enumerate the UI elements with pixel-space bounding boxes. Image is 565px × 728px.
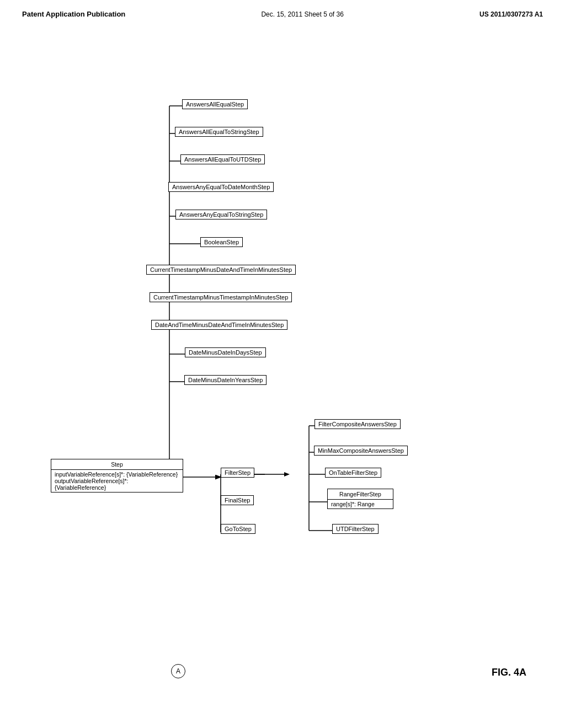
answers-any-equal-to-date-month-step-box: AnswersAnyEqualToDateMonthStep (168, 182, 274, 192)
step-box-fields: inputVariableReference[s]*: {VariableRef… (51, 469, 183, 492)
go-to-step-box: GoToStep (221, 524, 255, 534)
page: Patent Application Publication Dec. 15, … (0, 0, 565, 728)
answers-all-equal-to-string-step-box: AnswersAllEqualToStringStep (175, 127, 263, 137)
page-header: Patent Application Publication Dec. 15, … (0, 0, 565, 18)
answers-any-equal-to-string-step-box: AnswersAnyEqualToStringStep (175, 210, 267, 220)
boolean-step-box: BooleanStep (200, 237, 243, 247)
fig-label: FIG. 4A (492, 667, 526, 678)
publication-label: Patent Application Publication (22, 10, 125, 18)
date-and-time-minus-step-box: DateAndTimeMinusDateAndTimeInMinutesStep (151, 320, 287, 330)
patent-number: US 2011/0307273 A1 (479, 10, 543, 18)
filter-step-box: FilterStep (221, 468, 254, 478)
date-minus-date-in-years-step-box: DateMinusDateInYearsStep (184, 375, 266, 385)
step-input-field: inputVariableReference[s]*: {VariableRef… (55, 471, 179, 478)
current-timestamp-minus-date-time-step-box: CurrentTimestampMinusDateAndTimeInMinute… (146, 265, 296, 275)
range-filter-step-box: RangeFilterStep range[s]*: Range (327, 489, 393, 509)
step-output-field: outputVariableReference[s]*: {VariableRe… (55, 478, 179, 491)
range-filter-step-field: range[s]*: Range (328, 499, 393, 508)
date-minus-date-in-days-step-box: DateMinusDateInDaysStep (185, 347, 266, 357)
range-filter-step-title: RangeFilterStep (328, 489, 393, 499)
diagram-area: AnswersAllEqualStep AnswersAllEqualToStr… (0, 72, 565, 695)
on-table-filter-step-box: OnTableFilterStep (325, 468, 381, 478)
step-box: Step inputVariableReference[s]*: {Variab… (51, 459, 183, 493)
min-max-composite-answers-step-box: MinMaxCompositeAnswersStep (314, 446, 408, 456)
svg-marker-18 (284, 472, 290, 477)
step-box-title: Step (51, 459, 183, 469)
filter-composite-answers-step-box: FilterCompositeAnswersStep (315, 419, 401, 429)
final-step-box: FinalStep (221, 495, 254, 505)
sheet-info: Dec. 15, 2011 Sheet 5 of 36 (261, 10, 343, 18)
answers-all-equal-to-utd-step-box: AnswersAllEqualToUTDStep (180, 154, 265, 164)
utd-filter-step-box: UTDFilterStep (332, 524, 379, 534)
diagram-lines (0, 72, 565, 695)
circle-a-label: A (171, 664, 185, 678)
current-timestamp-minus-timestamp-step-box: CurrentTimestampMinusTimestampInMinutesS… (150, 292, 292, 302)
answers-all-equal-step-box: AnswersAllEqualStep (182, 99, 248, 109)
